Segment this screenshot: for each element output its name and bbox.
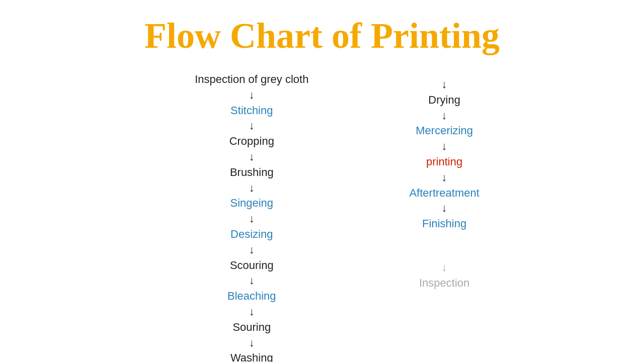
arrow-indicator: ↓ xyxy=(442,170,447,186)
step-blue: Desizing xyxy=(230,227,273,242)
step-normal: Washing xyxy=(230,350,273,362)
right-column: ↓Drying↓Mercerizing↓printing↓Aftertreatm… xyxy=(409,77,479,362)
arrow-faded-indicator: ↓ xyxy=(442,260,447,276)
arrow-indicator: ↓ xyxy=(442,139,447,154)
step-normal: Cropping xyxy=(229,134,274,149)
arrow-indicator: ↓ xyxy=(249,149,255,165)
step-normal: Scouring xyxy=(230,258,274,274)
step-normal: Brushing xyxy=(230,165,274,180)
arrow-indicator: ↓ xyxy=(249,273,255,289)
step-blue: Bleaching xyxy=(227,289,276,304)
step-blue: Mercerizing xyxy=(416,123,473,139)
arrow-indicator: ↓ xyxy=(249,180,255,196)
arrow-indicator: ↓ xyxy=(249,211,255,227)
step-faded: Inspection xyxy=(419,276,469,291)
flowchart-container: Inspection of grey cloth↓Stitching↓Cropp… xyxy=(0,67,644,362)
left-column: Inspection of grey cloth↓Stitching↓Cropp… xyxy=(195,72,308,362)
page-title: Flow Chart of Printing xyxy=(0,0,644,67)
arrow-indicator: ↓ xyxy=(249,335,255,351)
step-blue: Stitching xyxy=(230,103,273,119)
arrow-indicator: ↓ xyxy=(442,77,447,93)
arrow-indicator: ↓ xyxy=(249,304,255,320)
step-blue: Singeing xyxy=(230,196,273,211)
arrow-indicator: ↓ xyxy=(249,242,255,258)
arrow-indicator: ↓ xyxy=(249,118,255,134)
step-blue: Finishing xyxy=(422,216,466,232)
arrow-indicator: ↓ xyxy=(249,87,255,103)
arrow-indicator: ↓ xyxy=(442,201,447,216)
arrow-indicator: ↓ xyxy=(442,108,447,124)
step-normal: Drying xyxy=(428,93,460,108)
step-normal: Souring xyxy=(232,320,271,335)
step-blue: Aftertreatment xyxy=(409,186,479,201)
step-red: printing xyxy=(426,154,462,170)
step-normal: Inspection of grey cloth xyxy=(195,72,308,87)
